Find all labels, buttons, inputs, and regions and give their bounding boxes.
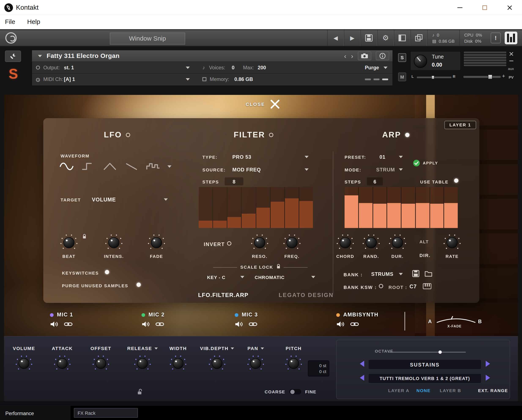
octave-slider-handle[interactable] bbox=[438, 351, 442, 354]
volume-slider[interactable] bbox=[463, 76, 501, 78]
preset-selector[interactable]: TUTTI TREMOLO VERB 1 & 2 (GREAT) bbox=[368, 374, 481, 383]
graph-step[interactable] bbox=[387, 187, 401, 228]
arp-chord-knob[interactable]: CHORD bbox=[332, 233, 359, 259]
root-keyboard-icon[interactable] bbox=[423, 283, 431, 289]
invert-toggle[interactable] bbox=[227, 241, 231, 246]
offset-knob[interactable]: OFFSET bbox=[83, 346, 119, 374]
filter-resonance-knob[interactable]: RESO. bbox=[246, 233, 273, 259]
lfo-intensity-knob[interactable]: INTENS. bbox=[101, 233, 127, 259]
arp-mode-dropdown[interactable]: STRUM bbox=[376, 167, 395, 173]
mic-3-link-icon[interactable] bbox=[249, 322, 257, 327]
graph-step[interactable] bbox=[228, 187, 241, 228]
articulation-selector[interactable]: SUSTAINS bbox=[368, 359, 481, 369]
xfade-slider[interactable] bbox=[436, 314, 477, 324]
lfo-enable-led[interactable] bbox=[126, 132, 130, 137]
graph-step[interactable] bbox=[430, 187, 444, 228]
root-value[interactable]: C7 bbox=[409, 284, 417, 290]
lfo-beat-knob[interactable]: BEAT bbox=[56, 233, 82, 259]
lfo-fade-knob[interactable]: FADE bbox=[143, 233, 170, 259]
attack-knob[interactable]: ATTACK bbox=[44, 346, 81, 374]
mic-2-mute-icon[interactable] bbox=[141, 321, 150, 327]
graph-step[interactable] bbox=[256, 187, 270, 228]
arp-apply-button[interactable]: APPLY bbox=[413, 159, 438, 167]
mic-2-link-icon[interactable] bbox=[155, 322, 164, 327]
pitch-knob[interactable]: PITCH bbox=[275, 346, 312, 374]
bank-load-folder-icon[interactable] bbox=[424, 270, 433, 277]
snapshot-camera-button[interactable] bbox=[358, 52, 371, 60]
octave-slider[interactable] bbox=[389, 352, 466, 352]
close-window-button[interactable] bbox=[505, 3, 514, 12]
filter-frequency-knob[interactable]: FREQ. bbox=[279, 233, 305, 259]
pan-dropdown-icon[interactable] bbox=[261, 348, 264, 349]
close-editor-button[interactable]: CLOSE bbox=[246, 99, 280, 109]
layout-view-button[interactable] bbox=[394, 30, 411, 46]
preset-next-icon[interactable] bbox=[486, 375, 490, 381]
graph-step[interactable] bbox=[444, 187, 458, 228]
ambisynth-link-icon[interactable] bbox=[350, 322, 359, 327]
minimize-instrument-icon[interactable] bbox=[509, 61, 513, 61]
graph-step[interactable] bbox=[285, 187, 299, 228]
ext-range-button[interactable]: EXT. RANGE bbox=[478, 388, 508, 393]
arp-direction-dropdown[interactable]: DIR. bbox=[419, 252, 431, 258]
tab-fx-rack[interactable]: FX Rack bbox=[74, 408, 138, 418]
settings-button[interactable]: ⚙ bbox=[377, 30, 394, 46]
pitch-semitones-value[interactable]: 0 st bbox=[308, 363, 326, 368]
bank-dropdown-icon[interactable] bbox=[399, 273, 403, 275]
alert-button[interactable]: ! bbox=[491, 32, 501, 43]
arp-preset-dropdown-icon[interactable] bbox=[399, 156, 403, 158]
waveform-sine-icon[interactable] bbox=[59, 161, 74, 171]
graph-step[interactable] bbox=[359, 187, 372, 228]
mic-3-label[interactable]: MIC 3 bbox=[242, 312, 258, 318]
kontakt-menu-icon[interactable] bbox=[5, 32, 17, 44]
arp-mode-dropdown-icon[interactable] bbox=[399, 168, 403, 171]
minimize-button[interactable] bbox=[455, 3, 464, 12]
arp-table-graph[interactable] bbox=[345, 187, 458, 228]
graph-step[interactable] bbox=[213, 187, 227, 228]
maximize-button[interactable] bbox=[480, 3, 489, 12]
preset-prev-icon[interactable] bbox=[360, 375, 364, 381]
ni-logo[interactable] bbox=[505, 32, 517, 44]
bank-dropdown[interactable]: STRUMS bbox=[371, 271, 393, 277]
purge-dropdown[interactable]: Purge bbox=[365, 64, 379, 70]
graph-step[interactable] bbox=[242, 187, 256, 228]
articulation-next-icon[interactable] bbox=[486, 361, 490, 367]
filter-enable-led[interactable] bbox=[269, 132, 273, 137]
filter-source-dropdown[interactable]: MOD FREQ bbox=[232, 167, 261, 173]
float-window-button[interactable] bbox=[411, 30, 427, 46]
instrument-name[interactable]: Fatty 311 Electro Organ bbox=[46, 52, 119, 60]
graph-step[interactable] bbox=[271, 187, 284, 228]
layer-none-button[interactable]: NONE bbox=[416, 388, 431, 393]
scale-key-dropdown-icon[interactable] bbox=[240, 276, 244, 278]
next-instrument-icon[interactable]: › bbox=[351, 53, 353, 59]
filter-type-dropdown[interactable]: PRO 53 bbox=[232, 154, 251, 160]
width-knob[interactable]: WIDTH bbox=[160, 346, 196, 374]
filter-type-dropdown-icon[interactable] bbox=[305, 156, 309, 158]
edit-instrument-button[interactable] bbox=[5, 51, 21, 62]
output-dropdown-icon[interactable] bbox=[186, 67, 190, 69]
menu-help[interactable]: Help bbox=[27, 18, 40, 26]
output-value[interactable]: st. 1 bbox=[64, 64, 74, 70]
graph-step[interactable] bbox=[373, 187, 386, 228]
collapse-instrument-icon[interactable] bbox=[38, 55, 42, 57]
filter-source-dropdown-icon[interactable] bbox=[305, 168, 309, 171]
arp-steps-value[interactable]: 6 bbox=[367, 177, 383, 185]
back-button[interactable]: ◀ bbox=[327, 30, 344, 46]
mic-2-label[interactable]: MIC 2 bbox=[148, 312, 165, 318]
filter-step-graph[interactable] bbox=[199, 187, 313, 228]
mute-button[interactable]: M bbox=[398, 72, 406, 81]
waveform-dropdown-icon[interactable] bbox=[168, 165, 171, 168]
volume-knob[interactable]: VOLUME bbox=[6, 346, 42, 374]
ambisynth-mute-icon[interactable] bbox=[336, 321, 345, 327]
midi-dropdown-icon[interactable] bbox=[186, 78, 190, 81]
release-knob[interactable]: RELEASE bbox=[124, 346, 161, 374]
volume-plus-icon[interactable]: + bbox=[502, 73, 505, 79]
arp-preset-dropdown[interactable]: 01 bbox=[379, 154, 385, 160]
vibrato-dropdown-icon[interactable] bbox=[231, 348, 234, 349]
arp-duration-knob[interactable]: DUR. bbox=[384, 233, 411, 259]
graph-step[interactable] bbox=[345, 187, 358, 228]
mic-1-label[interactable]: MIC 1 bbox=[57, 312, 73, 318]
coarse-fine-toggle[interactable] bbox=[289, 389, 301, 394]
forward-button[interactable]: ▶ bbox=[344, 30, 361, 46]
tab-performance[interactable]: Performance bbox=[0, 406, 71, 420]
keyswitches-toggle[interactable] bbox=[105, 270, 109, 274]
